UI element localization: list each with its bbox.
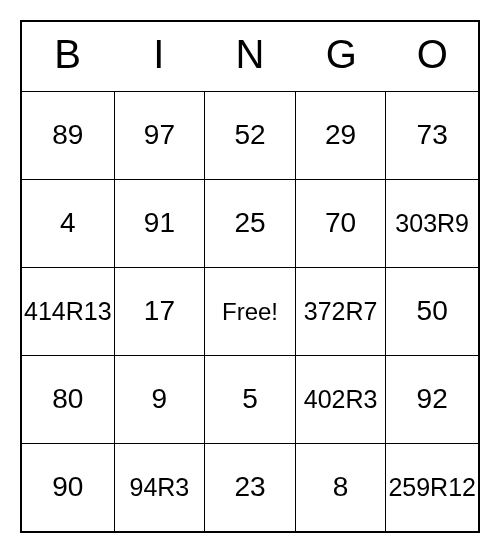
header-g: G xyxy=(296,22,387,91)
header-n: N xyxy=(204,22,295,91)
bingo-cell[interactable]: 73 xyxy=(386,91,478,179)
bingo-cell[interactable]: 97 xyxy=(115,91,206,179)
bingo-grid: 89975229734912570303R9414R1317Free!372R7… xyxy=(22,91,478,531)
bingo-cell[interactable]: 259R12 xyxy=(386,443,478,531)
bingo-cell[interactable]: 402R3 xyxy=(296,355,387,443)
bingo-cell[interactable]: 90 xyxy=(22,443,115,531)
bingo-cell[interactable]: 9 xyxy=(115,355,206,443)
header-i: I xyxy=(113,22,204,91)
bingo-cell[interactable]: 29 xyxy=(296,91,387,179)
bingo-cell[interactable]: 17 xyxy=(115,267,206,355)
bingo-card: B I N G O 89975229734912570303R9414R1317… xyxy=(20,20,480,533)
bingo-cell[interactable]: 4 xyxy=(22,179,115,267)
header-o: O xyxy=(387,22,478,91)
bingo-cell[interactable]: 94R3 xyxy=(115,443,206,531)
bingo-cell[interactable]: 23 xyxy=(205,443,296,531)
bingo-header-row: B I N G O xyxy=(22,22,478,91)
bingo-cell[interactable]: 8 xyxy=(296,443,387,531)
bingo-cell[interactable]: 52 xyxy=(205,91,296,179)
bingo-cell[interactable]: 5 xyxy=(205,355,296,443)
bingo-cell[interactable]: 80 xyxy=(22,355,115,443)
bingo-cell[interactable]: 414R13 xyxy=(22,267,115,355)
header-b: B xyxy=(22,22,113,91)
bingo-cell[interactable]: 25 xyxy=(205,179,296,267)
bingo-cell[interactable]: 303R9 xyxy=(386,179,478,267)
bingo-cell[interactable]: 92 xyxy=(386,355,478,443)
bingo-cell[interactable]: 372R7 xyxy=(296,267,387,355)
bingo-cell[interactable]: 89 xyxy=(22,91,115,179)
bingo-cell[interactable]: 70 xyxy=(296,179,387,267)
bingo-cell[interactable]: 91 xyxy=(115,179,206,267)
bingo-cell[interactable]: 50 xyxy=(386,267,478,355)
bingo-free-cell[interactable]: Free! xyxy=(205,267,296,355)
